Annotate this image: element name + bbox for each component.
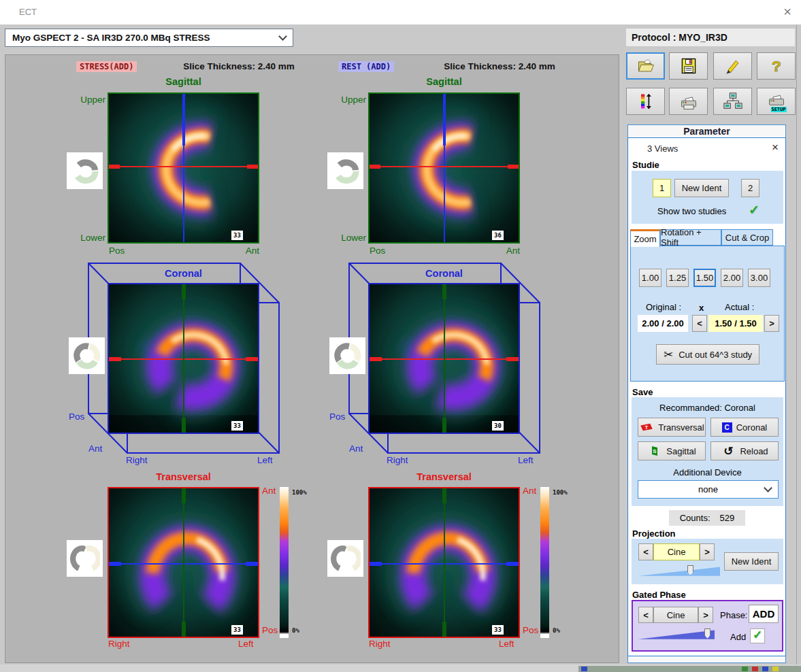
- crosshair-horizontal[interactable]: [370, 166, 519, 167]
- save-button[interactable]: [669, 52, 708, 80]
- device-select[interactable]: none: [638, 480, 779, 499]
- study-selector-dropdown[interactable]: Myo GSPECT 2 - SA IR3D 270.0 MBq STRESS: [5, 29, 293, 47]
- crosshair-vertical[interactable]: [183, 284, 184, 433]
- crosshair-horizontal[interactable]: [109, 166, 258, 167]
- device-select-value: none: [698, 484, 718, 494]
- gated-prev-button[interactable]: <: [638, 607, 653, 623]
- crosshair-horizontal-cap: [506, 357, 519, 361]
- slider-ramp: [638, 629, 715, 640]
- add-checkbox[interactable]: ✓: [750, 628, 765, 643]
- crosshair-horizontal-cap: [109, 165, 120, 169]
- crosshair-vertical-cap: [182, 622, 186, 637]
- open-study-button[interactable]: [626, 52, 665, 80]
- crosshair-horizontal-cap: [246, 357, 258, 361]
- crosshair-horizontal-cap: [370, 357, 382, 361]
- network-transfer-button[interactable]: [713, 88, 752, 115]
- slice-number: 33: [231, 421, 243, 431]
- print-button[interactable]: [669, 88, 708, 115]
- sagittal-image[interactable]: 36: [368, 93, 520, 243]
- save-sagittal-button[interactable]: S Sagittal: [638, 441, 706, 460]
- transversal-left-label: Left: [499, 639, 514, 649]
- coronal-ant-label: Ant: [88, 443, 102, 454]
- crosshair-vertical-cap: [182, 418, 186, 433]
- gated-next-button[interactable]: >: [698, 607, 713, 623]
- phase-value-button[interactable]: ADD: [749, 605, 779, 623]
- coronal-image[interactable]: 33: [108, 283, 259, 434]
- projection-next-button[interactable]: >: [700, 543, 715, 560]
- reload-button[interactable]: ↺ Reload: [710, 441, 779, 460]
- window-edge: [796, 24, 797, 665]
- coronal-blue-icon: C: [722, 422, 732, 433]
- projection-prev-button[interactable]: <: [638, 543, 653, 560]
- crosshair-vertical-cap: [442, 488, 446, 503]
- tab-rotation-shift[interactable]: Rotation + Shift: [660, 229, 721, 246]
- rest-column: REST (ADD) Slice Thickness: 2.40 mm Sagi…: [266, 55, 572, 662]
- phase-label: Phase:: [720, 610, 747, 620]
- printer-icon: [679, 92, 699, 111]
- add-label: Add: [730, 632, 746, 642]
- window-titlebar: ECT ×: [0, 0, 801, 24]
- slider-ramp: [638, 566, 720, 577]
- color-scale-icon: [636, 92, 655, 111]
- coronal-orientation-icon: [329, 337, 365, 374]
- crosshair-vertical[interactable]: [444, 284, 445, 433]
- zoom-factor-button[interactable]: 1.00: [639, 269, 661, 287]
- crosshair-horizontal-cap: [247, 165, 258, 169]
- projection-speed-slider[interactable]: [638, 566, 720, 577]
- crosshair-vertical-cap: [442, 284, 446, 299]
- projection-group: < Cine > New Ident: [632, 539, 783, 584]
- zoom-factor-button[interactable]: 3.00: [748, 269, 770, 287]
- save-coronal-button[interactable]: C Coronal: [710, 418, 779, 437]
- counts-label: Counts:: [680, 513, 710, 523]
- help-button[interactable]: ?: [757, 52, 796, 80]
- colorbar[interactable]: [540, 487, 549, 638]
- additional-device-label: Additional Device: [632, 467, 783, 477]
- print-setup-button[interactable]: SETUP: [757, 88, 796, 115]
- projection-cine-button[interactable]: Cine: [653, 543, 700, 560]
- svg-text:S: S: [653, 448, 657, 454]
- tab-zoom[interactable]: Zoom: [630, 229, 660, 247]
- crosshair-horizontal-cap: [370, 165, 380, 169]
- sagittal-image[interactable]: 33: [108, 93, 259, 243]
- coronal-left-label: Left: [518, 455, 534, 465]
- gated-cine-button[interactable]: Cine: [653, 607, 698, 623]
- save-transversal-button[interactable]: T Transversal: [638, 418, 706, 437]
- sagittal-lower-label: Lower: [70, 233, 105, 243]
- crosshair-vertical[interactable]: [444, 488, 445, 637]
- zoom-prev-button[interactable]: <: [692, 315, 707, 332]
- study-1-button[interactable]: 1: [653, 179, 671, 197]
- palette-button[interactable]: [626, 88, 665, 115]
- transversal-image[interactable]: 33: [108, 487, 259, 638]
- zoom-factor-button[interactable]: 2.00: [721, 269, 743, 287]
- crosshair-vertical[interactable]: [183, 488, 184, 637]
- transversal-right-label: Right: [369, 639, 391, 649]
- tab-cut-crop[interactable]: Cut & Crop: [721, 229, 773, 246]
- study-2-button[interactable]: 2: [741, 179, 759, 197]
- svg-text:?: ?: [772, 57, 781, 75]
- show-two-studies-checkbox[interactable]: ✓: [749, 203, 759, 216]
- projection-label: Projection: [632, 528, 676, 539]
- transversal-right-label: Right: [108, 639, 130, 649]
- cut-out-button[interactable]: ✂ Cut out 64^3 study: [656, 344, 759, 365]
- crosshair-horizontal-cap: [370, 562, 382, 566]
- zoom-factor-button[interactable]: 1.25: [666, 269, 689, 287]
- sagittal-ant-label: Ant: [494, 246, 520, 256]
- coronal-image[interactable]: 30: [368, 283, 520, 434]
- dialog-close-icon[interactable]: ×: [772, 141, 779, 154]
- new-ident-button[interactable]: New Ident: [674, 179, 729, 197]
- gated-phase-slider[interactable]: [638, 629, 715, 640]
- crosshair-vertical-cap: [443, 94, 446, 146]
- multiply-label: x: [699, 303, 704, 313]
- sagittal-pos-label: Pos: [370, 246, 385, 256]
- projection-new-ident-button[interactable]: New Ident: [724, 552, 779, 571]
- open-folder-icon: [636, 56, 656, 75]
- crosshair-horizontal-cap: [109, 562, 121, 566]
- sagittal-upper-label: Upper: [331, 95, 366, 105]
- actual-label: Actual :: [725, 302, 754, 312]
- zoom-next-button[interactable]: >: [764, 315, 779, 332]
- transversal-image[interactable]: 33: [368, 487, 520, 638]
- zoom-factor-button-selected[interactable]: 1.50: [693, 269, 716, 287]
- slice-number: 36: [492, 231, 504, 240]
- edit-button[interactable]: [713, 52, 752, 80]
- window-close-icon[interactable]: ×: [783, 4, 791, 20]
